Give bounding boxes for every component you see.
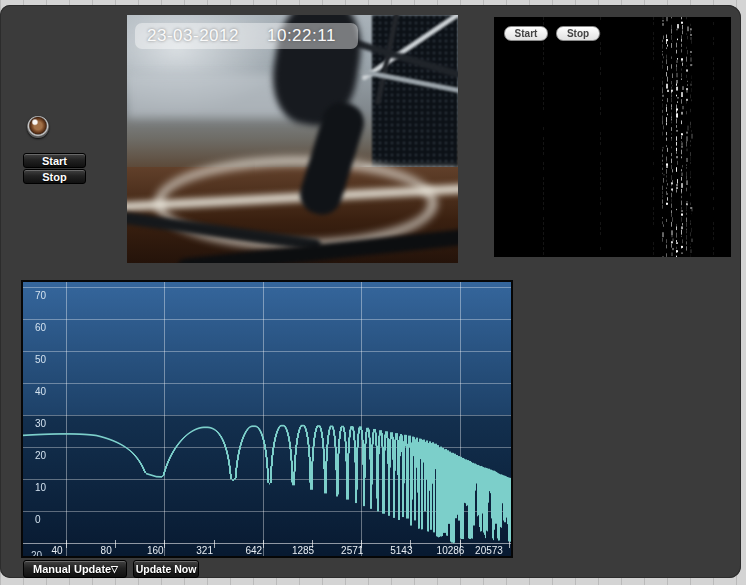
- date-label: 23-03-2012: [147, 26, 239, 46]
- y-tick-label: 50: [35, 354, 57, 365]
- spectrogram-display: Start Stop: [494, 17, 731, 257]
- time-label: 10:22:11: [267, 26, 336, 46]
- app-window: 23-03-2012 10:22:11 Start Stop Start Sto…: [0, 0, 746, 585]
- start-button[interactable]: Start: [23, 153, 86, 168]
- dropdown-arrow-icon: ▽: [111, 564, 118, 574]
- timestamp-overlay: 23-03-2012 10:22:11: [135, 23, 358, 49]
- x-tick-label: 10286: [431, 545, 471, 556]
- x-tick-label: 5143: [381, 545, 421, 556]
- y-tick-label: 70: [35, 290, 57, 301]
- y-tick-label: 0: [35, 514, 57, 525]
- stop-button[interactable]: Stop: [23, 169, 86, 184]
- x-tick-label: 642: [234, 545, 274, 556]
- y-tick-label: 40: [35, 386, 57, 397]
- x-tick-label: 160: [135, 545, 175, 556]
- spectrogram-stop-button[interactable]: Stop: [556, 26, 600, 41]
- x-tick-label: 20573: [469, 545, 509, 556]
- update-mode-label: Manual Update: [33, 563, 111, 575]
- spectrogram-canvas: [494, 17, 731, 257]
- led-indicator: [27, 116, 49, 138]
- spectrum-canvas: [23, 282, 511, 556]
- y-tick-label: 10: [35, 482, 57, 493]
- front-panel: 23-03-2012 10:22:11 Start Stop Start Sto…: [0, 5, 741, 578]
- x-tick-label: 80: [86, 545, 126, 556]
- spectrogram-start-button[interactable]: Start: [504, 26, 548, 41]
- spectrum-plot: 20 7060504030201004080160321642128525715…: [23, 282, 511, 556]
- x-tick-label: 1285: [283, 545, 323, 556]
- update-now-button[interactable]: Update Now: [133, 560, 199, 578]
- y-tick-label: 30: [35, 418, 57, 429]
- y-tick-label: 60: [35, 322, 57, 333]
- x-tick-label: 2571: [332, 545, 372, 556]
- x-tick-label: 40: [37, 545, 77, 556]
- update-mode-dropdown[interactable]: Manual Update ▽: [23, 560, 127, 578]
- webcam-feed: 23-03-2012 10:22:11: [127, 15, 458, 263]
- x-tick-label: 321: [185, 545, 225, 556]
- y-tick-label: 20: [35, 450, 57, 461]
